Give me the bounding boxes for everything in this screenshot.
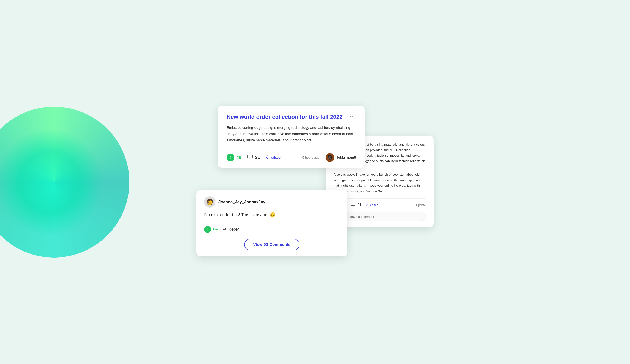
comment-text: I'm excited for this! This is insane! 😊: [204, 211, 340, 218]
comment-upvote-icon: ↑: [204, 226, 211, 233]
reply-button[interactable]: ↩ Reply: [223, 227, 239, 232]
comment-card: 🧑 Joanna_Jay_JonnaxJay I'm excited for t…: [196, 190, 347, 257]
comment-input-row: 🧔🏿: [334, 212, 426, 221]
svg-rect-0: [248, 155, 253, 158]
svg-rect-1: [351, 203, 355, 206]
reply-label: Reply: [228, 227, 239, 232]
comment-count-group: 21: [247, 155, 260, 161]
post-body: Embrace cutting-edge designs merging tec…: [226, 125, 356, 144]
right-panel-comment-count: 21: [358, 203, 362, 207]
post-card: New world order collection for this fall…: [218, 106, 364, 168]
post-title: New world order collection for this fall…: [226, 113, 349, 121]
comment-upvote-button[interactable]: ↑ 04: [204, 226, 218, 233]
post-footer: ↑ 48 21 ⏱ edited 5 hours ago 🧔🏿 Tekk: [226, 150, 356, 162]
right-panel-edited-label: edited: [370, 203, 378, 207]
upvote-button[interactable]: ↑ 48: [226, 154, 241, 161]
user-avatar-group: 🧔🏿 Tekki_nom6: [326, 153, 356, 162]
comment-footer: ↑ 04 ↩ Reply: [204, 223, 340, 233]
comment-avatar: 🧑: [204, 196, 216, 208]
edited-badge: ⏱ edited: [266, 155, 281, 160]
right-panel-updated-label: Update: [416, 203, 426, 207]
avatar: 🧔🏿: [326, 153, 334, 162]
clock-icon: ⏱: [266, 155, 270, 160]
username: Tekki_nom6: [336, 156, 356, 159]
vote-count: 48: [236, 155, 241, 160]
reply-icon: ↩: [223, 227, 226, 232]
comment-vote-count: 04: [213, 227, 218, 231]
upvote-icon: ↑: [226, 154, 234, 161]
right-panel-edited-badge: ⏱ edited: [366, 203, 378, 207]
view-comments-button[interactable]: View 02 Comments: [244, 239, 300, 250]
comment-count: 21: [255, 155, 260, 160]
time-ago: 5 hours ago: [302, 156, 319, 159]
bg-circle-inner: [0, 128, 104, 236]
comment-username: Joanna_Jay_JonnaxJay: [218, 200, 266, 204]
more-options-button[interactable]: ···: [349, 113, 356, 119]
comment-user-row: 🧑 Joanna_Jay_JonnaxJay: [204, 196, 340, 208]
right-panel-footer: ↑ 48 21 ⏱ edited Update: [334, 198, 426, 208]
post-card-header: New world order collection for this fall…: [226, 113, 356, 121]
edited-label: edited: [271, 156, 281, 159]
right-panel-comment-group: 21: [350, 203, 362, 207]
comment-input[interactable]: [344, 212, 426, 221]
scene: New world order collection for this fall…: [196, 101, 434, 263]
comment-icon: [247, 155, 253, 161]
right-panel-clock-icon: ⏱: [366, 203, 369, 207]
right-panel-comment-icon: [350, 203, 355, 207]
